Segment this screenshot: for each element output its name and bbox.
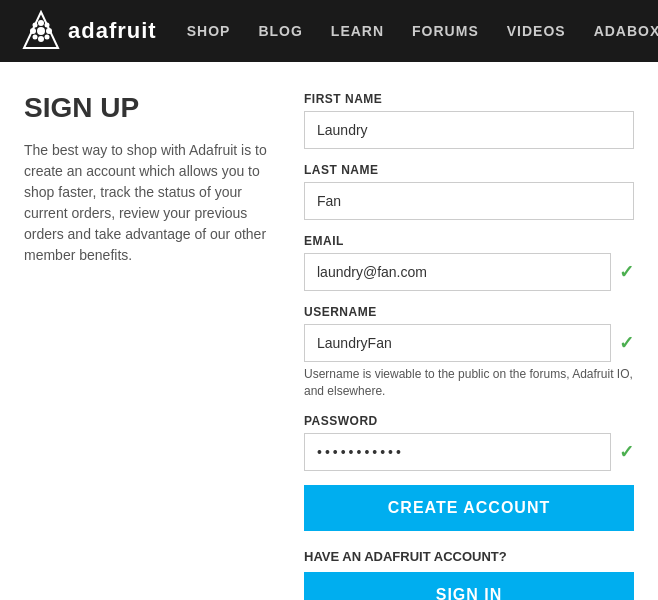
page-title: SIGN UP (24, 92, 284, 124)
last-name-label: LAST NAME (304, 163, 634, 177)
adafruit-logo-icon (20, 10, 62, 52)
username-group: USERNAME ✓ Username is viewable to the p… (304, 305, 634, 400)
svg-point-5 (33, 23, 38, 28)
create-account-button[interactable]: CREATE ACCOUNT (304, 485, 634, 531)
have-account-label: HAVE AN ADAFRUIT ACCOUNT? (304, 549, 634, 564)
first-name-label: FIRST NAME (304, 92, 634, 106)
main-content: SIGN UP The best way to shop with Adafru… (0, 62, 658, 600)
logo-area[interactable]: adafruit (20, 10, 157, 52)
logo-text: adafruit (68, 18, 157, 44)
password-group: PASSWORD ✓ (304, 414, 634, 471)
nav-learn[interactable]: LEARN (331, 23, 384, 39)
signup-form: FIRST NAME LAST NAME EMAIL ✓ USERNAME (304, 92, 634, 600)
last-name-group: LAST NAME (304, 163, 634, 220)
svg-point-3 (30, 28, 36, 34)
email-group: EMAIL ✓ (304, 234, 634, 291)
password-row: ✓ (304, 433, 634, 471)
email-label: EMAIL (304, 234, 634, 248)
password-checkmark: ✓ (619, 441, 634, 463)
username-row: ✓ (304, 324, 634, 362)
username-label: USERNAME (304, 305, 634, 319)
header: adafruit SHOP BLOG LEARN FORUMS VIDEOS A… (0, 0, 658, 62)
main-nav: SHOP BLOG LEARN FORUMS VIDEOS ADABOX (187, 23, 658, 39)
first-name-group: FIRST NAME (304, 92, 634, 149)
svg-point-4 (46, 28, 52, 34)
page-description: The best way to shop with Adafruit is to… (24, 140, 284, 266)
email-input[interactable] (304, 253, 611, 291)
password-label: PASSWORD (304, 414, 634, 428)
first-name-input[interactable] (304, 111, 634, 149)
svg-point-1 (38, 20, 44, 26)
nav-blog[interactable]: BLOG (258, 23, 302, 39)
last-name-row (304, 182, 634, 220)
nav-adabox[interactable]: ADABOX (594, 23, 658, 39)
svg-point-9 (37, 27, 45, 35)
username-checkmark: ✓ (619, 332, 634, 354)
username-hint: Username is viewable to the public on th… (304, 366, 634, 400)
svg-point-7 (33, 35, 38, 40)
nav-videos[interactable]: VIDEOS (507, 23, 566, 39)
email-row: ✓ (304, 253, 634, 291)
first-name-row (304, 111, 634, 149)
sign-in-button[interactable]: SIGN IN (304, 572, 634, 600)
email-checkmark: ✓ (619, 261, 634, 283)
username-input[interactable] (304, 324, 611, 362)
svg-point-8 (45, 35, 50, 40)
nav-forums[interactable]: FORUMS (412, 23, 479, 39)
svg-point-6 (45, 23, 50, 28)
nav-shop[interactable]: SHOP (187, 23, 231, 39)
last-name-input[interactable] (304, 182, 634, 220)
svg-point-2 (38, 36, 44, 42)
password-input[interactable] (304, 433, 611, 471)
left-column: SIGN UP The best way to shop with Adafru… (24, 92, 284, 600)
